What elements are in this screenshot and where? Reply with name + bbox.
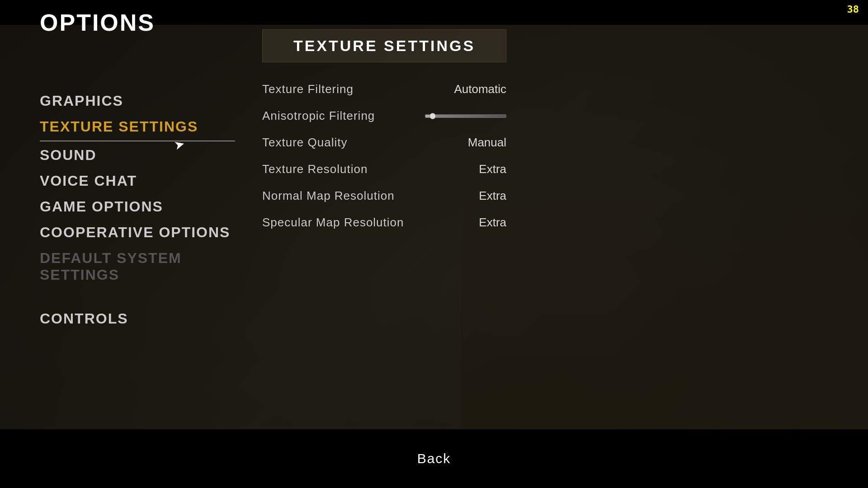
nav-item-texture-settings[interactable]: TEXTURE SETTINGS [40,114,235,141]
section-header-bar: TEXTURE SETTINGS [262,29,506,62]
settings-list: Texture Filtering Automatic Anisotropic … [262,76,506,236]
setting-row-anisotropic-filtering: Anisotropic Filtering [262,103,506,129]
setting-row-texture-resolution: Texture Resolution Extra [262,156,506,183]
bottom-bar: Back [0,429,868,488]
setting-row-specular-map-resolution: Specular Map Resolution Extra [262,209,506,236]
setting-label-normal-map-resolution: Normal Map Resolution [262,189,395,203]
fps-counter: 38 [847,4,859,15]
setting-value-specular-map-resolution[interactable]: Extra [479,216,506,230]
nav-item-voice-chat[interactable]: VOICE CHAT [40,168,235,194]
setting-row-texture-quality: Texture Quality Manual [262,129,506,156]
anisotropic-slider-thumb [429,113,436,119]
back-button[interactable]: Back [417,451,451,466]
right-settings-panel: TEXTURE SETTINGS Texture Filtering Autom… [235,25,868,429]
setting-label-texture-quality: Texture Quality [262,136,347,150]
nav-item-controls[interactable]: CONTROLS [40,306,235,332]
anisotropic-slider-track[interactable] [425,114,506,118]
setting-row-texture-filtering: Texture Filtering Automatic [262,76,506,103]
left-nav-panel: GRAPHICS TEXTURE SETTINGS SOUND VOICE CH… [0,25,235,429]
setting-label-texture-resolution: Texture Resolution [262,162,368,176]
main-content: GRAPHICS TEXTURE SETTINGS SOUND VOICE CH… [0,25,868,429]
setting-row-normal-map-resolution: Normal Map Resolution Extra [262,183,506,209]
nav-item-default-system-settings: DEFAULT SYSTEM SETTINGS [40,245,235,288]
anisotropic-slider-container[interactable] [425,114,506,118]
setting-value-texture-quality[interactable]: Manual [468,136,506,150]
setting-label-texture-filtering: Texture Filtering [262,82,354,96]
nav-gap [40,288,235,306]
setting-value-normal-map-resolution[interactable]: Extra [479,189,506,203]
nav-item-game-options[interactable]: GAME OPTIONS [40,194,235,220]
setting-value-texture-filtering[interactable]: Automatic [454,82,506,96]
setting-label-specular-map-resolution: Specular Map Resolution [262,216,404,230]
nav-item-cooperative-options[interactable]: COOPERATIVE OPTIONS [40,220,235,245]
page-title: OPTIONS [40,9,155,36]
section-header-title: TEXTURE SETTINGS [293,37,475,54]
setting-value-texture-resolution[interactable]: Extra [479,162,506,176]
setting-label-anisotropic-filtering: Anisotropic Filtering [262,109,375,123]
nav-item-sound[interactable]: SOUND [40,142,235,168]
nav-item-graphics[interactable]: GRAPHICS [40,88,235,114]
